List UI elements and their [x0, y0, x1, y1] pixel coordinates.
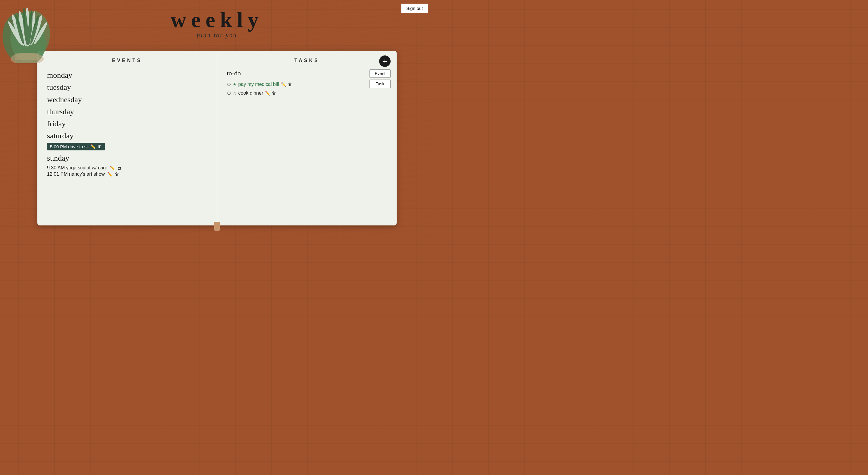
- task-check-icon[interactable]: ⊙: [227, 82, 231, 87]
- edit-task-medical-bill-button[interactable]: ✏️: [281, 82, 286, 87]
- planner-notebook: EVENTS monday tuesday wednesday thursday…: [37, 51, 397, 225]
- task-text-medical-bill: pay my medical bill: [239, 82, 279, 87]
- task-star-icon-filled[interactable]: ★: [233, 82, 237, 87]
- task-check-icon-2[interactable]: ⊙: [227, 90, 231, 96]
- app-title: weekly: [0, 9, 434, 31]
- event-sunday-art-show-text: 12:01 PM nancy's art show: [47, 171, 105, 177]
- days-list: monday tuesday wednesday thursday friday…: [47, 69, 207, 177]
- day-saturday: saturday: [47, 130, 207, 142]
- day-wednesday: wednesday: [47, 94, 207, 106]
- todo-category-label: to-do: [227, 69, 387, 77]
- delete-task-medical-bill-button[interactable]: 🗑: [288, 82, 292, 87]
- edit-task-cook-dinner-button[interactable]: ✏️: [265, 91, 270, 96]
- task-item-medical-bill: ⊙ ★ pay my medical bill ✏️ 🗑: [227, 82, 387, 87]
- app-subtitle: plan for you: [0, 32, 434, 39]
- sign-out-button[interactable]: Sign out: [401, 4, 428, 13]
- svg-rect-14: [15, 53, 39, 60]
- day-friday: friday: [47, 118, 207, 130]
- delete-event-sunday-yoga-button[interactable]: 🗑: [117, 165, 121, 170]
- task-star-icon-empty[interactable]: ☆: [233, 91, 237, 96]
- day-monday: monday: [47, 69, 207, 82]
- tasks-page: TASKS + Event Task to-do ⊙ ★ pay my medi…: [217, 51, 397, 225]
- edit-event-sunday-art-show-button[interactable]: ✏️: [107, 172, 113, 177]
- delete-event-sunday-art-show-button[interactable]: 🗑: [115, 172, 119, 177]
- tasks-section-label: TASKS: [227, 58, 387, 63]
- day-thursday: thursday: [47, 106, 207, 118]
- edit-event-saturday-drive-button[interactable]: ✏️: [90, 144, 95, 149]
- app-header: weekly plan for you: [0, 0, 434, 39]
- delete-event-saturday-drive-button[interactable]: 🗑: [98, 144, 102, 149]
- add-event-button[interactable]: Event: [370, 69, 391, 78]
- day-tuesday: tuesday: [47, 82, 207, 93]
- day-sunday: sunday: [47, 152, 207, 164]
- event-saturday-drive: 5:00 PM drive to sf ✏️ 🗑: [47, 143, 105, 150]
- action-buttons-container: Event Task: [370, 69, 391, 88]
- event-sunday-art-show: 12:01 PM nancy's art show ✏️ 🗑: [47, 171, 207, 177]
- events-section-label: EVENTS: [47, 58, 207, 63]
- task-item-cook-dinner: ⊙ ☆ cook dinner ✏️ 🗑: [227, 90, 387, 96]
- add-item-button[interactable]: +: [379, 56, 391, 67]
- event-sunday-yoga-text: 9:30 AM yoga sculpt w/ caro: [47, 165, 107, 170]
- events-page: EVENTS monday tuesday wednesday thursday…: [37, 51, 217, 225]
- event-time: 5:00 PM drive to sf: [50, 144, 88, 149]
- add-task-button[interactable]: Task: [370, 80, 391, 88]
- task-text-cook-dinner: cook dinner: [239, 90, 264, 96]
- edit-event-sunday-yoga-button[interactable]: ✏️: [110, 165, 115, 170]
- delete-task-cook-dinner-button[interactable]: 🗑: [272, 91, 276, 96]
- event-sunday-yoga: 9:30 AM yoga sculpt w/ caro ✏️ 🗑: [47, 165, 207, 170]
